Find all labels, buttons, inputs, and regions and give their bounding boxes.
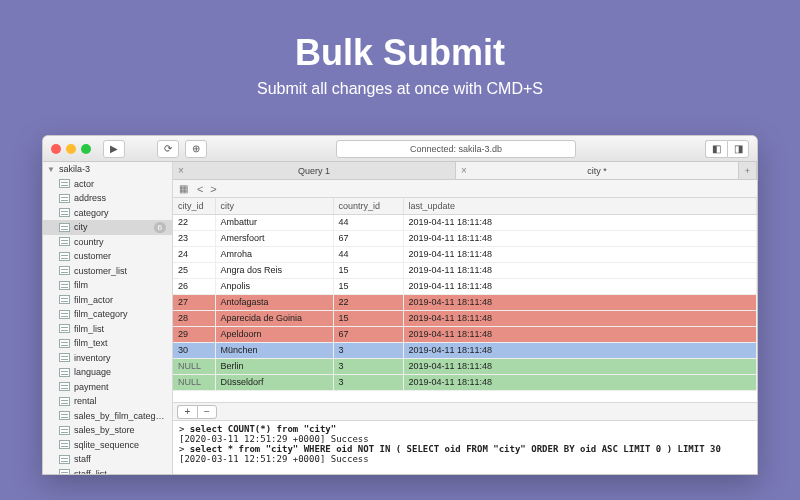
sidebar-item-language[interactable]: language — [43, 365, 172, 380]
table-cell[interactable]: München — [215, 342, 333, 358]
sidebar-toggle-right-icon[interactable]: ◨ — [727, 140, 749, 158]
table-cell[interactable]: Angra dos Reis — [215, 262, 333, 278]
column-header[interactable]: last_update — [403, 198, 757, 214]
sidebar-item-film[interactable]: film — [43, 278, 172, 293]
table-cell[interactable]: Anpolis — [215, 278, 333, 294]
tab-city-[interactable]: ×city * — [456, 162, 739, 179]
table-cell[interactable]: 2019-04-11 18:11:48 — [403, 358, 757, 374]
table-cell[interactable]: 25 — [173, 262, 215, 278]
table-cell[interactable]: 2019-04-11 18:11:48 — [403, 230, 757, 246]
table-cell[interactable]: NULL — [173, 374, 215, 390]
table-cell[interactable]: Düsseldorf — [215, 374, 333, 390]
new-button[interactable]: ⊕ — [185, 140, 207, 158]
table-cell[interactable]: 44 — [333, 214, 403, 230]
table-cell[interactable]: 3 — [333, 374, 403, 390]
table-cell[interactable]: 23 — [173, 230, 215, 246]
sidebar-item-category[interactable]: category — [43, 206, 172, 221]
table-cell[interactable]: 22 — [173, 214, 215, 230]
sidebar-item-customer-list[interactable]: customer_list — [43, 264, 172, 279]
disclosure-triangle-icon[interactable]: ▼ — [47, 165, 55, 174]
view-toggle[interactable]: ◧ ◨ — [705, 140, 749, 158]
sidebar-toggle-left-icon[interactable]: ◧ — [705, 140, 727, 158]
table-cell[interactable]: 2019-04-11 18:11:48 — [403, 278, 757, 294]
tab-query-1[interactable]: ×Query 1 — [173, 162, 456, 179]
sidebar-item-film-category[interactable]: film_category — [43, 307, 172, 322]
table-row[interactable]: 23Amersfoort672019-04-11 18:11:48 — [173, 230, 757, 246]
table-cell[interactable]: 30 — [173, 342, 215, 358]
table-cell[interactable]: Amroha — [215, 246, 333, 262]
column-header[interactable]: city — [215, 198, 333, 214]
table-cell[interactable]: Amersfoort — [215, 230, 333, 246]
table-cell[interactable]: 3 — [333, 342, 403, 358]
table-cell[interactable]: Ambattur — [215, 214, 333, 230]
table-cell[interactable]: 22 — [333, 294, 403, 310]
grid-view-icon[interactable]: ▦ — [179, 183, 187, 194]
new-tab-button[interactable]: + — [739, 162, 757, 179]
sidebar-item-staff[interactable]: staff — [43, 452, 172, 467]
table-cell[interactable]: 28 — [173, 310, 215, 326]
remove-row-button[interactable]: − — [197, 405, 217, 419]
close-icon[interactable] — [51, 144, 61, 154]
table-row[interactable]: 24Amroha442019-04-11 18:11:48 — [173, 246, 757, 262]
sidebar-item-address[interactable]: address — [43, 191, 172, 206]
sidebar-item-film-list[interactable]: film_list — [43, 322, 172, 337]
zoom-icon[interactable] — [81, 144, 91, 154]
table-cell[interactable]: 2019-04-11 18:11:48 — [403, 262, 757, 278]
table-cell[interactable]: 15 — [333, 262, 403, 278]
table-row[interactable]: NULLBerlin32019-04-11 18:11:48 — [173, 358, 757, 374]
table-row[interactable]: 28Aparecida de Goinia152019-04-11 18:11:… — [173, 310, 757, 326]
column-header[interactable]: city_id — [173, 198, 215, 214]
table-cell[interactable]: Berlin — [215, 358, 333, 374]
sidebar-item-city[interactable]: city6 — [43, 220, 172, 235]
table-row[interactable]: 22Ambattur442019-04-11 18:11:48 — [173, 214, 757, 230]
table-cell[interactable]: 26 — [173, 278, 215, 294]
sidebar-item-staff-list[interactable]: staff_list — [43, 467, 172, 475]
table-cell[interactable]: NULL — [173, 358, 215, 374]
nav-forward-button[interactable]: > — [208, 183, 218, 195]
table-cell[interactable]: 2019-04-11 18:11:48 — [403, 246, 757, 262]
minimize-icon[interactable] — [66, 144, 76, 154]
table-cell[interactable]: 2019-04-11 18:11:48 — [403, 342, 757, 358]
table-cell[interactable]: 15 — [333, 278, 403, 294]
sidebar-item-actor[interactable]: actor — [43, 177, 172, 192]
table-cell[interactable]: 3 — [333, 358, 403, 374]
table-row[interactable]: 27Antofagasta222019-04-11 18:11:48 — [173, 294, 757, 310]
add-row-button[interactable]: + — [177, 405, 197, 419]
table-cell[interactable]: 2019-04-11 18:11:48 — [403, 326, 757, 342]
table-cell[interactable]: 29 — [173, 326, 215, 342]
table-cell[interactable]: 24 — [173, 246, 215, 262]
table-cell[interactable]: 27 — [173, 294, 215, 310]
table-cell[interactable]: 2019-04-11 18:11:48 — [403, 374, 757, 390]
nav-back-button[interactable]: < — [195, 183, 205, 195]
sidebar-item-film-text[interactable]: film_text — [43, 336, 172, 351]
sidebar-item-country[interactable]: country — [43, 235, 172, 250]
table-cell[interactable]: 15 — [333, 310, 403, 326]
table-cell[interactable]: Aparecida de Goinia — [215, 310, 333, 326]
sidebar-item-film-actor[interactable]: film_actor — [43, 293, 172, 308]
table-row[interactable]: 30München32019-04-11 18:11:48 — [173, 342, 757, 358]
sidebar-item-customer[interactable]: customer — [43, 249, 172, 264]
close-tab-icon[interactable]: × — [178, 165, 184, 176]
run-button[interactable]: ▶ — [103, 140, 125, 158]
table-cell[interactable]: 44 — [333, 246, 403, 262]
sidebar-item-payment[interactable]: payment — [43, 380, 172, 395]
table-cell[interactable]: 2019-04-11 18:11:48 — [403, 310, 757, 326]
sidebar-item-sales-by-store[interactable]: sales_by_store — [43, 423, 172, 438]
table-row[interactable]: 25Angra dos Reis152019-04-11 18:11:48 — [173, 262, 757, 278]
sidebar-db-root[interactable]: ▼ sakila-3 — [43, 162, 172, 177]
table-row[interactable]: 26Anpolis152019-04-11 18:11:48 — [173, 278, 757, 294]
table-cell[interactable]: 2019-04-11 18:11:48 — [403, 214, 757, 230]
table-cell[interactable]: Antofagasta — [215, 294, 333, 310]
refresh-button[interactable]: ⟳ — [157, 140, 179, 158]
table-cell[interactable]: 67 — [333, 326, 403, 342]
column-header[interactable]: country_id — [333, 198, 403, 214]
table-cell[interactable]: Apeldoorn — [215, 326, 333, 342]
sidebar-item-inventory[interactable]: inventory — [43, 351, 172, 366]
table-row[interactable]: 29Apeldoorn672019-04-11 18:11:48 — [173, 326, 757, 342]
table-cell[interactable]: 2019-04-11 18:11:48 — [403, 294, 757, 310]
sidebar-item-sales-by-film-category[interactable]: sales_by_film_category — [43, 409, 172, 424]
sidebar-item-rental[interactable]: rental — [43, 394, 172, 409]
sidebar-item-sqlite-sequence[interactable]: sqlite_sequence — [43, 438, 172, 453]
table-cell[interactable]: 67 — [333, 230, 403, 246]
table-row[interactable]: NULLDüsseldorf32019-04-11 18:11:48 — [173, 374, 757, 390]
